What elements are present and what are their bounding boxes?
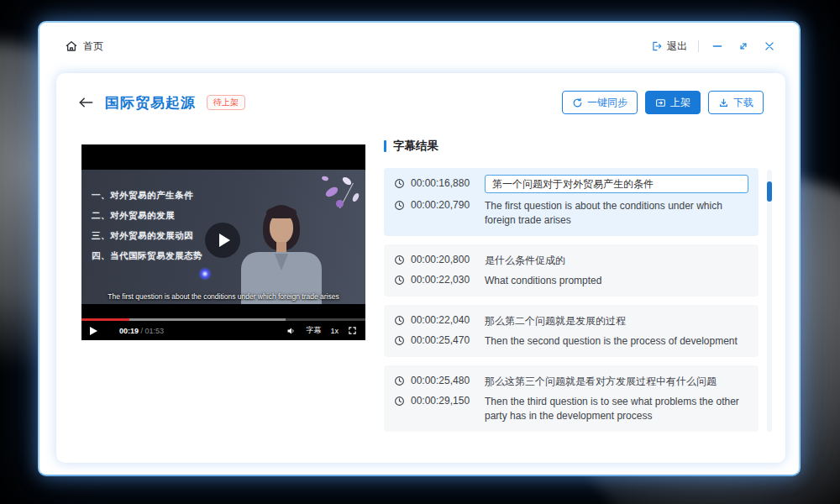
video-time-separator: / bbox=[141, 327, 144, 335]
panel-title: 字幕结果 bbox=[393, 139, 438, 154]
entry-start-time: 00:00:20,800 bbox=[394, 252, 475, 265]
subtitle-zh-input[interactable] bbox=[485, 175, 748, 193]
subtitle-toggle-button[interactable]: 字幕 bbox=[306, 325, 321, 336]
publish-button-label: 上架 bbox=[670, 97, 690, 108]
entry-row-end: 00:00:25,470 Then the second question is… bbox=[394, 333, 748, 349]
home-button[interactable]: 首页 bbox=[65, 39, 103, 54]
clock-icon bbox=[394, 335, 405, 346]
video-controls: 00:19 / 01:53 字幕 1x bbox=[81, 321, 365, 340]
subtitle-en-text: Then the third question is to see what p… bbox=[485, 393, 748, 423]
sync-button[interactable]: 一键同步 bbox=[562, 91, 638, 114]
sync-button-label: 一键同步 bbox=[587, 97, 627, 108]
card-body: 一、对外贸易的产生条件 二、对外贸易的发展 三、对外贸易的发展动因 四、当代国际… bbox=[81, 132, 772, 463]
back-button[interactable] bbox=[78, 96, 94, 109]
minimize-button[interactable] bbox=[710, 39, 725, 54]
logout-icon bbox=[651, 40, 663, 52]
subtitle-scrollbar-track[interactable] bbox=[767, 170, 772, 432]
entry-end-time: 00:00:22,030 bbox=[394, 272, 475, 286]
end-time-text: 00:00:29,150 bbox=[411, 395, 470, 407]
fullscreen-icon[interactable] bbox=[348, 326, 357, 335]
slide-line: 四、当代国际贸易发展态势 bbox=[92, 245, 202, 265]
panel-title-row: 字幕结果 bbox=[384, 139, 772, 154]
titlebar-divider bbox=[698, 40, 699, 52]
titlebar: 首页 退出 bbox=[39, 23, 799, 70]
header-left: 国际贸易起源 待上架 bbox=[78, 93, 245, 113]
subtitle-zh-text: 是什么条件促成的 bbox=[485, 252, 748, 268]
play-icon bbox=[219, 234, 230, 247]
entry-start-time: 00:00:16,880 bbox=[394, 176, 475, 189]
subtitle-en-text: Then the second question is the process … bbox=[485, 333, 748, 349]
end-time-text: 00:00:20,790 bbox=[411, 199, 470, 211]
titlebar-controls: 退出 bbox=[651, 39, 777, 54]
video-play-button[interactable] bbox=[90, 327, 97, 335]
clock-icon bbox=[394, 396, 405, 407]
entry-row-end: 00:00:29,150 Then the third question is … bbox=[394, 393, 748, 423]
exit-label: 退出 bbox=[667, 39, 687, 54]
home-icon bbox=[65, 39, 78, 53]
slide-line: 一、对外贸易的产生条件 bbox=[92, 185, 202, 205]
subtitle-entry[interactable]: 00:00:25,480 那么这第三个问题就是看对方发展过程中有什么问题 00:… bbox=[384, 365, 759, 432]
home-label: 首页 bbox=[83, 39, 103, 54]
video-controls-right: 字幕 1x bbox=[286, 325, 357, 336]
entry-start-time: 00:00:25,480 bbox=[394, 373, 475, 386]
end-time-text: 00:00:22,030 bbox=[411, 274, 470, 286]
subtitle-entry[interactable]: 00:00:16,880 00:00:20,790 The first ques… bbox=[384, 168, 759, 236]
close-icon bbox=[764, 40, 775, 52]
video-current-time: 00:19 bbox=[119, 327, 139, 335]
entry-row-start: 00:00:16,880 bbox=[394, 176, 748, 193]
entry-row-start: 00:00:20,800 是什么条件促成的 bbox=[394, 252, 748, 268]
clock-icon bbox=[394, 375, 405, 386]
clock-icon bbox=[394, 315, 405, 326]
slide-line: 二、对外贸易的发展 bbox=[92, 205, 202, 225]
panel-title-accent-bar bbox=[384, 140, 386, 152]
card-header: 国际贸易起源 待上架 一键同步 上架 bbox=[56, 73, 785, 125]
publish-button[interactable]: 上架 bbox=[645, 91, 701, 114]
entry-row-end: 00:00:20,790 The first question is about… bbox=[394, 197, 748, 228]
clock-icon bbox=[394, 275, 405, 286]
download-button-label: 下载 bbox=[733, 97, 753, 108]
close-button[interactable] bbox=[762, 39, 777, 54]
page-title: 国际贸易起源 bbox=[105, 93, 196, 113]
subtitle-en-text: What conditions prompted bbox=[485, 272, 748, 288]
start-time-text: 00:00:22,040 bbox=[411, 314, 470, 326]
minimize-icon bbox=[711, 40, 723, 52]
start-time-text: 00:00:16,880 bbox=[411, 177, 470, 189]
header-actions: 一键同步 上架 下载 bbox=[562, 91, 764, 114]
clock-icon bbox=[394, 178, 405, 189]
entry-row-start: 00:00:25,480 那么这第三个问题就是看对方发展过程中有什么问题 bbox=[394, 373, 748, 389]
publish-icon bbox=[655, 97, 666, 108]
clock-icon bbox=[394, 200, 405, 211]
play-overlay-button[interactable] bbox=[205, 223, 240, 258]
subtitle-scrollbar-thumb[interactable] bbox=[767, 181, 772, 202]
presenter-figure bbox=[238, 205, 325, 304]
download-icon bbox=[718, 97, 729, 108]
subtitle-zh-text: 那么第二个问题就是发展的过程 bbox=[485, 312, 748, 328]
download-button[interactable]: 下载 bbox=[708, 91, 764, 114]
end-time-text: 00:00:25,470 bbox=[411, 334, 470, 346]
slide-line: 三、对外贸易的发展动因 bbox=[92, 225, 202, 245]
maximize-button[interactable] bbox=[736, 39, 751, 54]
video-time: 00:19 / 01:53 bbox=[119, 327, 164, 335]
video-subtitle-overlay: The first question is about the conditio… bbox=[84, 292, 363, 301]
entry-end-time: 00:00:29,150 bbox=[394, 393, 475, 407]
video-slide-text: 一、对外贸易的产生条件 二、对外贸易的发展 三、对外贸易的发展动因 四、当代国际… bbox=[92, 185, 202, 265]
entry-end-time: 00:00:20,790 bbox=[394, 197, 475, 211]
start-time-text: 00:00:20,800 bbox=[411, 254, 470, 265]
volume-icon[interactable] bbox=[286, 326, 297, 336]
subtitle-entry[interactable]: 00:00:22,040 那么第二个问题就是发展的过程 00:00:25,470… bbox=[384, 305, 759, 357]
entry-row-start: 00:00:22,040 那么第二个问题就是发展的过程 bbox=[394, 312, 748, 328]
entry-start-time: 00:00:22,040 bbox=[394, 312, 475, 326]
status-badge: 待上架 bbox=[207, 95, 245, 110]
content-card: 国际贸易起源 待上架 一键同步 上架 bbox=[56, 73, 785, 463]
start-time-text: 00:00:25,480 bbox=[411, 375, 470, 386]
entry-end-time: 00:00:25,470 bbox=[394, 333, 475, 346]
video-duration: 01:53 bbox=[145, 327, 165, 335]
playback-speed-button[interactable]: 1x bbox=[330, 327, 339, 335]
subtitle-entry[interactable]: 00:00:20,800 是什么条件促成的 00:00:22,030 What … bbox=[384, 244, 759, 297]
subtitle-en-text: The first question is about the conditio… bbox=[485, 197, 748, 228]
arrow-left-icon bbox=[78, 96, 94, 109]
video-player[interactable]: 一、对外贸易的产生条件 二、对外贸易的发展 三、对外贸易的发展动因 四、当代国际… bbox=[81, 144, 365, 340]
resize-diagonal-icon bbox=[738, 40, 749, 52]
exit-button[interactable]: 退出 bbox=[651, 39, 687, 54]
subtitle-zh-text: 那么这第三个问题就是看对方发展过程中有什么问题 bbox=[485, 373, 748, 389]
